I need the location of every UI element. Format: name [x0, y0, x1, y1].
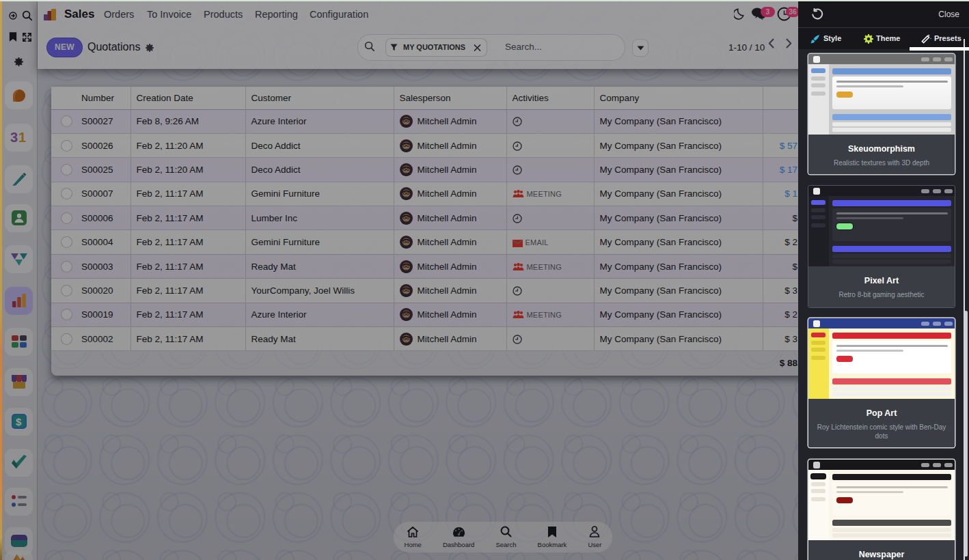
- svg-text:1: 1: [18, 130, 26, 145]
- svg-text:$: $: [16, 416, 22, 428]
- svg-text:3: 3: [10, 130, 18, 145]
